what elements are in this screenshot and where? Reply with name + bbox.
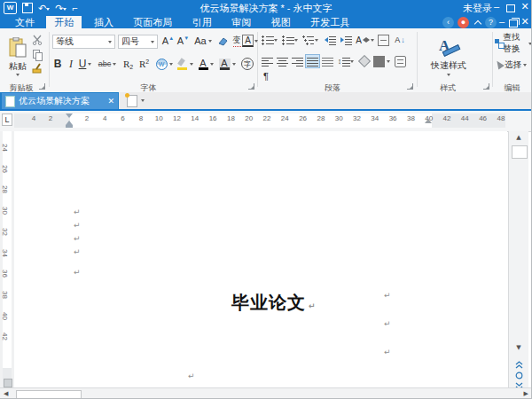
- subscript-button[interactable]: R2: [121, 57, 135, 71]
- align-right-button[interactable]: [291, 55, 304, 67]
- borders-button[interactable]: [372, 55, 390, 67]
- bold-button[interactable]: B: [51, 57, 64, 71]
- title-bar: W ↶ ↷ ⌐ 优云场景解决方案 * - 永中文字 未登录 – ✕: [0, 0, 532, 16]
- left-indent-marker[interactable]: [66, 125, 73, 128]
- grow-font-button[interactable]: A▲: [161, 34, 175, 48]
- font-size-combo[interactable]: 四号: [118, 35, 158, 49]
- show-paragraph-marks-button[interactable]: ¶: [261, 70, 271, 82]
- copy-button[interactable]: [30, 48, 44, 60]
- tab-references[interactable]: 引用: [184, 16, 220, 28]
- collapse-ribbon-icon[interactable]: [472, 17, 483, 28]
- numbered-list-button[interactable]: [281, 34, 299, 46]
- character-scale-button[interactable]: A: [356, 34, 374, 46]
- first-line-indent-marker[interactable]: [66, 113, 73, 118]
- vertical-scrollbar-thumb[interactable]: [512, 145, 528, 159]
- character-border-button[interactable]: A: [243, 34, 257, 48]
- paragraph-mark: ↵: [74, 268, 81, 277]
- highlighter-icon: [177, 59, 188, 70]
- back-icon[interactable]: ‹: [442, 17, 454, 28]
- distribute-button[interactable]: [321, 55, 334, 67]
- sort-button[interactable]: A ↓: [393, 33, 407, 46]
- clipboard-dialog-launcher[interactable]: [39, 83, 45, 90]
- phonetic-circle-button[interactable]: W: [155, 57, 173, 71]
- ruler-number: 28: [317, 114, 325, 122]
- ribbon: 粘贴 剪贴板 等线 四号: [0, 28, 532, 93]
- window-title: 优云场景解决方案 * - 永中文字: [0, 2, 532, 15]
- cut-button[interactable]: [30, 34, 44, 46]
- scroll-right-button[interactable]: ▶: [524, 390, 528, 397]
- style-dialog-launcher[interactable]: [483, 83, 489, 90]
- format-painter-button[interactable]: [30, 62, 44, 74]
- font-name-combo[interactable]: 等线: [52, 35, 115, 49]
- tab-home[interactable]: 开始: [46, 16, 82, 28]
- ruler-number: 36: [1, 270, 9, 278]
- maximize-button[interactable]: [504, 1, 518, 14]
- paragraph-mark: ↵: [188, 372, 195, 380]
- scroll-up-button[interactable]: ▲: [509, 134, 528, 141]
- document-page[interactable]: 毕业论文↵ ↵↵↵↵↵↵↵↵↵ 院系：↵ DCS↵ 学号：↵ 111111↵ 姓…: [14, 131, 507, 387]
- document-title[interactable]: 毕业论文↵: [231, 291, 317, 315]
- multilevel-list-button[interactable]: [301, 34, 319, 46]
- login-status[interactable]: 未登录: [463, 2, 492, 15]
- character-shading-button[interactable]: A: [218, 57, 236, 71]
- right-indent-marker[interactable]: [425, 119, 432, 123]
- strikethrough-button[interactable]: abc: [96, 57, 119, 71]
- phonetic-guide-button[interactable]: 变: [231, 34, 243, 48]
- superscript-button[interactable]: R2: [137, 57, 151, 71]
- tab-review[interactable]: 审阅: [223, 16, 259, 28]
- ruler-number: 16: [209, 114, 217, 122]
- shading-button[interactable]: [358, 55, 371, 67]
- bullet-list-button[interactable]: [261, 34, 278, 46]
- scroll-down-button[interactable]: ▼: [509, 344, 528, 351]
- increase-indent-button[interactable]: [339, 34, 353, 46]
- horizontal-ruler: L 42246810121416182022242628303234363840…: [0, 111, 532, 132]
- decrease-indent-button[interactable]: [323, 34, 337, 46]
- enclose-characters-button[interactable]: 字: [239, 57, 255, 71]
- paragraph-mark: ↵: [74, 247, 81, 256]
- paragraph-dialog-launcher[interactable]: [407, 83, 413, 90]
- line-spacing-button[interactable]: ↕: [336, 55, 356, 67]
- clear-formatting-button[interactable]: [216, 34, 229, 48]
- close-button[interactable]: ✕: [518, 1, 532, 12]
- text-direction-button[interactable]: [377, 34, 390, 46]
- scroll-left-button[interactable]: ◀: [4, 390, 8, 397]
- ruler-number: 38: [1, 291, 9, 299]
- justify-button[interactable]: [306, 55, 319, 67]
- doc-close-button[interactable]: ✕: [518, 16, 532, 27]
- quick-style-button[interactable]: A 快速样式: [424, 32, 473, 82]
- ruler-number: 38: [407, 114, 415, 122]
- italic-button[interactable]: I: [66, 57, 76, 71]
- font-color-button[interactable]: A: [197, 57, 215, 71]
- paste-label: 粘贴: [9, 60, 27, 73]
- change-case-button[interactable]: Aa: [193, 34, 213, 48]
- ruler-number: 24: [1, 144, 9, 152]
- tab-insert[interactable]: 插入: [86, 16, 121, 28]
- tab-stop-selector[interactable]: L: [2, 113, 12, 126]
- account-icon[interactable]: ●: [458, 17, 469, 28]
- paragraph-mark: ↵: [384, 291, 391, 300]
- tab-developer[interactable]: 开发工具: [302, 16, 357, 28]
- horizontal-scrollbar-thumb[interactable]: [16, 390, 82, 399]
- highlight-color-button[interactable]: [176, 57, 195, 71]
- ruler-number: 18: [227, 114, 235, 122]
- underline-button[interactable]: U: [77, 57, 93, 71]
- tab-page-layout[interactable]: 页面布局: [125, 16, 180, 28]
- copy-icon: [33, 50, 42, 59]
- select-button[interactable]: 选择: [495, 59, 532, 71]
- tab-file[interactable]: 文件: [7, 16, 43, 28]
- align-center-button[interactable]: [276, 55, 289, 67]
- align-left-button[interactable]: [261, 55, 274, 67]
- font-dialog-launcher[interactable]: [248, 83, 254, 90]
- minimize-button[interactable]: –: [489, 1, 504, 12]
- line-spacing-icon: ↕: [338, 57, 342, 66]
- find-replace-button[interactable]: 查找替换: [495, 37, 532, 50]
- document-tab-title: 优云场景解决方案: [19, 95, 90, 107]
- ruler-number: 42: [443, 114, 451, 122]
- tab-view[interactable]: 视图: [263, 16, 299, 28]
- paragraph-settings-button[interactable]: [394, 55, 407, 67]
- paste-button[interactable]: 粘贴: [4, 32, 31, 82]
- new-document-tab-button[interactable]: [124, 94, 147, 107]
- document-tab[interactable]: 优云场景解决方案 ✕: [2, 93, 118, 109]
- document-tab-close-icon[interactable]: ✕: [107, 97, 114, 106]
- shrink-font-button[interactable]: A▼: [176, 34, 190, 48]
